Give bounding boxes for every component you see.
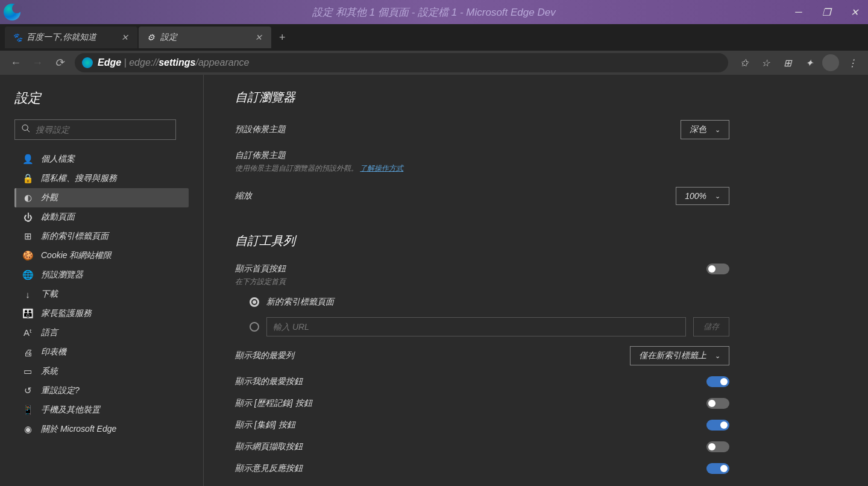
setting-collections-button: 顯示 [集錦] 按鈕 xyxy=(235,420,729,431)
svg-point-0 xyxy=(22,125,28,130)
setting-history-button: 顯示 [歷程記錄] 按鈕 xyxy=(235,398,729,409)
setting-theme: 預設佈景主題 深色 ⌄ xyxy=(235,120,729,139)
family-icon: 👪 xyxy=(22,308,34,320)
tracking-icon[interactable]: ✩ xyxy=(733,52,755,74)
section-customize-toolbar: 自訂工具列 xyxy=(235,233,837,249)
radio-row-url: 儲存 xyxy=(250,317,729,336)
learn-more-link[interactable]: 了解操作方式 xyxy=(360,164,403,172)
sidebar-item-newtab[interactable]: ⊞新的索引標籤頁面 xyxy=(14,227,189,246)
theme-dropdown[interactable]: 深色 ⌄ xyxy=(681,120,729,139)
radio-url[interactable] xyxy=(250,322,259,332)
window-title: 設定 和其他 1 個頁面 - 設定檔 1 - Microsoft Edge De… xyxy=(312,5,555,19)
menu-icon[interactable]: ⋮ xyxy=(841,52,863,74)
radio-row-newtab: 新的索引標籤頁面 xyxy=(250,297,729,308)
sidebar-item-profile[interactable]: 👤個人檔案 xyxy=(14,150,189,169)
avatar[interactable] xyxy=(822,54,839,71)
sidebar-item-startup[interactable]: ⏻啟動頁面 xyxy=(14,207,189,227)
gear-icon: ⚙ xyxy=(146,33,156,42)
forward-button[interactable]: → xyxy=(27,52,48,74)
reset-icon: ↺ xyxy=(22,385,34,397)
chevron-down-icon: ⌄ xyxy=(715,126,720,134)
search-box[interactable] xyxy=(14,119,176,140)
window-controls: ─ ❐ ✕ xyxy=(785,0,868,24)
baidu-icon: 🐾 xyxy=(12,33,22,42)
chevron-down-icon: ⌄ xyxy=(715,192,720,200)
sidebar-item-about[interactable]: ◉關於 Microsoft Edge xyxy=(14,420,189,439)
history-button-label: 顯示 [歷程記錄] 按鈕 xyxy=(235,398,312,409)
lock-icon: 🔒 xyxy=(22,172,34,185)
setting-zoom: 縮放 100% ⌄ xyxy=(235,187,729,205)
sidebar-item-privacy[interactable]: 🔒隱私權、搜尋與服務 xyxy=(14,169,189,188)
close-button[interactable]: ✕ xyxy=(840,0,868,24)
sidebar-item-cookies[interactable]: 🍪Cookie 和網站權限 xyxy=(14,246,189,265)
tab-close-icon[interactable]: ✕ xyxy=(253,32,264,43)
collections-button-label: 顯示 [集錦] 按鈕 xyxy=(235,420,295,431)
home-button-toggle[interactable] xyxy=(706,264,729,274)
sidebar-item-printer[interactable]: 🖨印表機 xyxy=(14,342,189,362)
setting-home-button: 顯示首頁按鈕 xyxy=(235,264,729,274)
favorites-bar-label: 顯示我的最愛列 xyxy=(235,350,294,361)
address-text: Edge | edge://settings/appearance xyxy=(98,57,249,68)
capture-button-label: 顯示網頁擷取按鈕 xyxy=(235,441,303,452)
minimize-button[interactable]: ─ xyxy=(785,0,813,24)
save-button[interactable]: 儲存 xyxy=(693,317,729,336)
browser-icon: 🌐 xyxy=(22,269,34,281)
extensions-icon[interactable]: ✦ xyxy=(798,52,820,74)
addressbar[interactable]: Edge | edge://settings/appearance xyxy=(75,53,728,72)
setting-feedback-button: 顯示意見反應按鈕 xyxy=(235,463,729,474)
appearance-icon: ◐ xyxy=(22,192,34,204)
sidebar-item-phone[interactable]: 📱手機及其他裝置 xyxy=(14,400,189,420)
tab-settings[interactable]: ⚙ 設定 ✕ xyxy=(139,27,271,48)
back-button[interactable]: ← xyxy=(5,52,27,74)
edge-page-icon xyxy=(82,57,93,68)
zoom-dropdown[interactable]: 100% ⌄ xyxy=(676,187,729,205)
download-icon: ↓ xyxy=(22,288,34,300)
custom-theme-sublabel: 使用佈景主題自訂瀏覽器的預設外觀。 了解操作方式 xyxy=(235,163,729,174)
refresh-button[interactable]: ⟳ xyxy=(48,52,70,74)
tab-title: 設定 xyxy=(160,32,253,43)
sidebar-item-language[interactable]: Aᵗ語言 xyxy=(14,323,189,342)
system-icon: ▭ xyxy=(22,365,34,377)
radio-newtab[interactable] xyxy=(250,297,259,307)
sidebar: 設定 👤個人檔案 🔒隱私權、搜尋與服務 ◐外觀 ⏻啟動頁面 ⊞新的索引標籤頁面 … xyxy=(0,75,204,486)
history-button-toggle[interactable] xyxy=(706,398,729,409)
new-tab-button[interactable]: + xyxy=(272,28,292,47)
sidebar-item-default[interactable]: 🌐預設瀏覽器 xyxy=(14,265,189,285)
sidebar-item-appearance[interactable]: ◐外觀 xyxy=(14,188,189,207)
setting-favorites-button: 顯示我的最愛按鈕 xyxy=(235,376,729,387)
capture-button-toggle[interactable] xyxy=(706,441,729,452)
toolbar-right: ✩ ☆ ⊞ ✦ ⋮ xyxy=(733,52,863,74)
language-icon: Aᵗ xyxy=(22,327,34,339)
edge-logo-icon xyxy=(4,4,20,21)
favorites-bar-dropdown[interactable]: 僅在新索引標籤上 ⌄ xyxy=(630,346,729,365)
search-input[interactable] xyxy=(36,125,169,134)
url-input[interactable] xyxy=(266,317,686,336)
favorites-icon[interactable]: ☆ xyxy=(755,52,776,74)
theme-label: 預設佈景主題 xyxy=(235,124,286,135)
collections-icon[interactable]: ⊞ xyxy=(776,52,798,74)
tab-baidu[interactable]: 🐾 百度一下,你就知道 ✕ xyxy=(5,27,137,48)
tabstrip: 🐾 百度一下,你就知道 ✕ ⚙ 設定 ✕ + xyxy=(0,24,868,51)
home-page-radio-group: 新的索引標籤頁面 儲存 xyxy=(235,297,729,336)
titlebar: 設定 和其他 1 個頁面 - 設定檔 1 - Microsoft Edge De… xyxy=(0,0,868,24)
sidebar-item-family[interactable]: 👪家長監護服務 xyxy=(14,304,189,323)
maximize-button[interactable]: ❐ xyxy=(813,0,840,24)
power-icon: ⏻ xyxy=(22,211,34,223)
main-content: 自訂瀏覽器 預設佈景主題 深色 ⌄ 自訂佈景主題 使用佈景主題自訂瀏覽器的預設外… xyxy=(204,75,868,486)
favorites-button-toggle[interactable] xyxy=(706,376,729,387)
setting-capture-button: 顯示網頁擷取按鈕 xyxy=(235,441,729,452)
search-icon xyxy=(21,124,31,136)
feedback-button-toggle[interactable] xyxy=(706,463,729,474)
sidebar-item-system[interactable]: ▭系統 xyxy=(14,362,189,381)
chevron-down-icon: ⌄ xyxy=(715,352,720,360)
collections-button-toggle[interactable] xyxy=(706,420,729,431)
sidebar-title: 設定 xyxy=(12,89,191,107)
sidebar-item-downloads[interactable]: ↓下載 xyxy=(14,285,189,304)
custom-theme-label: 自訂佈景主題 xyxy=(235,150,729,161)
section-customize-browser: 自訂瀏覽器 xyxy=(235,89,837,106)
edge-icon: ◉ xyxy=(22,423,34,435)
phone-icon: 📱 xyxy=(22,404,34,416)
tab-close-icon[interactable]: ✕ xyxy=(119,32,130,43)
home-button-sublabel: 在下方設定首頁 xyxy=(235,277,837,287)
sidebar-item-reset[interactable]: ↺重設設定? xyxy=(14,381,189,400)
